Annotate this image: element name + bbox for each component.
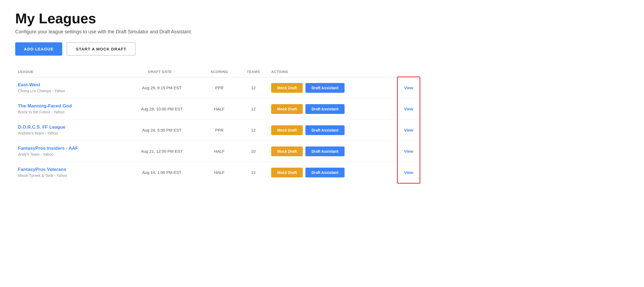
league-name: D.O.R.C.S. FF League — [18, 125, 120, 130]
league-sub: Andrew's Team - Yahoo — [18, 131, 58, 135]
view-cell: View — [398, 77, 420, 98]
league-info-cell: D.O.R.C.S. FF League Andrew's Team - Yah… — [15, 120, 123, 141]
draft-date-cell: Aug 28, 10:00 PM EST — [123, 98, 201, 120]
col-header-view — [398, 66, 420, 77]
view-cell: View — [398, 141, 420, 162]
scoring-cell: HALF — [201, 98, 238, 120]
page-subtitle: Configure your league settings to use wi… — [15, 29, 420, 35]
draft-assistant-button[interactable]: Draft Assistant — [305, 83, 344, 93]
league-info-cell: FantasyPros Insiders - AAF Andy's Team -… — [15, 141, 123, 162]
view-button[interactable]: View — [402, 104, 415, 114]
actions-cell: Mock Draft Draft Assistant — [268, 77, 398, 98]
table-row: East-West Chong Li's Champs - Yahoo Aug … — [15, 77, 420, 98]
draft-date-cell: Aug 14, 1:00 PM EST — [123, 162, 201, 183]
league-sub: Brock to the Future - Yahoo — [18, 110, 64, 114]
league-name: East-West — [18, 82, 120, 88]
table-row: The Manning-Faced God Brock to the Futur… — [15, 98, 420, 120]
draft-assistant-button[interactable]: Draft Assistant — [305, 104, 344, 114]
league-sub: Mixon Tyreek & Tarik - Yahoo — [18, 173, 67, 178]
draft-assistant-button[interactable]: Draft Assistant — [305, 125, 344, 135]
view-button[interactable]: View — [402, 146, 415, 156]
league-info-cell: East-West Chong Li's Champs - Yahoo — [15, 77, 123, 98]
table-row: FantasyPros Insiders - AAF Andy's Team -… — [15, 141, 420, 162]
draft-assistant-button[interactable]: Draft Assistant — [305, 146, 344, 156]
col-header-league: LEAGUE — [15, 66, 123, 77]
draft-assistant-button[interactable]: Draft Assistant — [305, 168, 344, 177]
col-header-scoring: SCORING — [201, 66, 238, 77]
draft-date-cell: Aug 29, 9:15 PM EST — [123, 77, 201, 98]
col-header-draft-date[interactable]: DRAFT DATE ↑ — [123, 66, 201, 77]
teams-cell: 10 — [238, 141, 268, 162]
actions-cell: Mock Draft Draft Assistant — [268, 98, 398, 120]
scoring-cell: HALF — [201, 162, 238, 183]
page-title: My Leagues — [15, 11, 420, 26]
league-sub: Andy's Team - Yahoo — [18, 152, 54, 157]
actions-cell: Mock Draft Draft Assistant — [268, 162, 398, 183]
table-header-row: LEAGUE DRAFT DATE ↑ SCORING TEAMS ACTION… — [15, 66, 420, 77]
teams-cell: 12 — [238, 162, 268, 183]
league-info-cell: The Manning-Faced God Brock to the Futur… — [15, 98, 123, 120]
draft-date-label: DRAFT DATE — [148, 70, 172, 74]
mock-draft-button[interactable]: Mock Draft — [271, 125, 303, 135]
league-name: FantasyPros Insiders - AAF — [18, 146, 120, 151]
table-row: FantasyPros Veterans Mixon Tyreek & Tari… — [15, 162, 420, 183]
mock-draft-button[interactable]: Mock Draft — [271, 83, 303, 93]
table-row: D.O.R.C.S. FF League Andrew's Team - Yah… — [15, 120, 420, 141]
league-name: The Manning-Faced God — [18, 103, 120, 109]
view-cell: View — [398, 98, 420, 120]
draft-date-cell: Aug 21, 12:00 PM EST — [123, 141, 201, 162]
view-button[interactable]: View — [402, 83, 415, 93]
mock-draft-button[interactable]: Mock Draft — [271, 104, 303, 114]
scoring-cell: PPR — [201, 77, 238, 98]
view-cell: View — [398, 120, 420, 141]
mock-draft-button[interactable]: Mock Draft — [271, 146, 303, 156]
league-info-cell: FantasyPros Veterans Mixon Tyreek & Tari… — [15, 162, 123, 183]
draft-date-cell: Aug 24, 5:00 PM EST — [123, 120, 201, 141]
actions-cell: Mock Draft Draft Assistant — [268, 120, 398, 141]
scoring-cell: HALF — [201, 141, 238, 162]
teams-cell: 12 — [238, 77, 268, 98]
add-league-button[interactable]: ADD LEAGUE — [15, 42, 62, 56]
league-sub: Chong Li's Champs - Yahoo — [18, 89, 65, 93]
col-header-actions: ACTIONS — [268, 66, 398, 77]
teams-cell: 12 — [238, 120, 268, 141]
view-button[interactable]: View — [402, 167, 415, 177]
league-name: FantasyPros Veterans — [18, 167, 120, 172]
view-cell: View — [398, 162, 420, 183]
teams-cell: 12 — [238, 98, 268, 120]
leagues-table: LEAGUE DRAFT DATE ↑ SCORING TEAMS ACTION… — [15, 66, 420, 183]
col-header-teams: TEAMS — [238, 66, 268, 77]
view-button[interactable]: View — [402, 125, 415, 135]
start-mock-draft-button[interactable]: START A MOCK DRAFT — [67, 42, 136, 56]
sort-arrow-icon: ↑ — [174, 70, 176, 74]
action-buttons: ADD LEAGUE START A MOCK DRAFT — [15, 42, 420, 56]
actions-cell: Mock Draft Draft Assistant — [268, 141, 398, 162]
mock-draft-button[interactable]: Mock Draft — [271, 168, 303, 177]
scoring-cell: PPR — [201, 120, 238, 141]
